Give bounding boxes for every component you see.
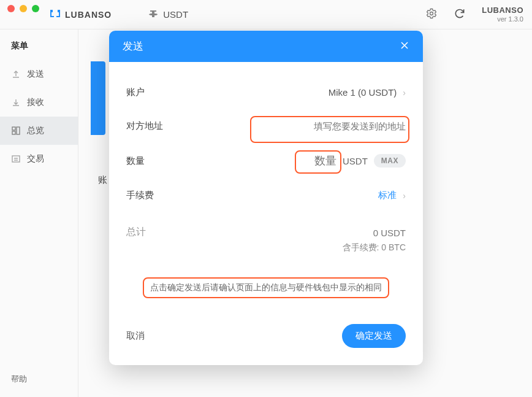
chevron-right-icon: › [403,88,406,98]
quantity-input[interactable] [300,155,336,168]
chevron-right-icon: › [403,191,406,201]
quantity-label: 数量 [126,155,145,167]
total-row: 总计 0 USDT 含手续费: 0 BTC [126,212,406,259]
fee-value: 标准 [378,190,397,201]
confirm-send-button[interactable]: 确定发送 [342,324,406,348]
total-value: 0 USDT [343,226,406,241]
modal-overlay: 发送 账户 Mike 1 (0 USDT) › 对方地址 数量 [0,0,532,397]
address-row: 对方地址 [126,109,406,143]
quantity-unit: USDT [343,156,368,166]
close-icon[interactable] [400,39,409,53]
fee-label: 手续费 [126,190,154,201]
cancel-button[interactable]: 取消 [126,330,145,342]
fee-row[interactable]: 手续费 标准 › [126,179,406,212]
modal-header: 发送 [109,31,423,62]
confirmation-note: 点击确定发送后请确认页面上的信息与硬件钱包中显示的相同 [126,259,406,310]
max-button[interactable]: MAX [374,154,406,168]
address-input[interactable] [259,121,406,131]
address-label: 对方地址 [126,120,163,132]
quantity-row: 数量 USDT MAX [126,143,406,179]
account-row[interactable]: 账户 Mike 1 (0 USDT) › [126,75,406,109]
account-label: 账户 [126,87,145,98]
send-modal: 发送 账户 Mike 1 (0 USDT) › 对方地址 数量 [109,31,423,365]
modal-title: 发送 [123,39,143,53]
total-label: 总计 [126,226,146,239]
modal-footer: 取消 确定发送 [109,317,423,365]
total-fee-text: 含手续费: 0 BTC [343,241,406,254]
account-value: Mike 1 (0 USDT) [329,87,397,98]
note-text: 点击确定发送后请确认页面上的信息与硬件钱包中显示的相同 [143,277,389,298]
